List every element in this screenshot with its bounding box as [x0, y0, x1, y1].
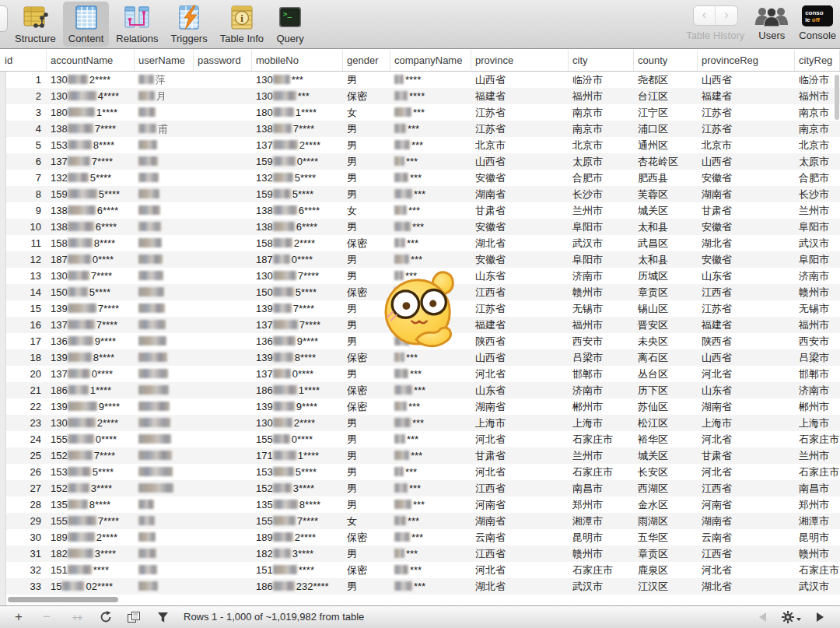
table-row[interactable]: 311823****1823****男***江西省赣州市章贡区江西省赣州市	[6, 546, 840, 562]
cell-province: 山西省	[471, 72, 569, 88]
table-row[interactable]: 301892****1892****保密***云南省昆明市五华区云南省昆明市	[6, 529, 840, 546]
column-header-id[interactable]: id	[0, 50, 47, 71]
cell-companyName: ***	[390, 447, 471, 464]
redacted-blur	[68, 124, 93, 133]
table-row[interactable]: 241550****1550****男***河北省石家庄市裕华区河北省石家庄市	[6, 431, 840, 447]
table-row[interactable]: 231302****1302****男***上海市上海市松江区上海市上海市	[6, 415, 840, 431]
cell-password	[194, 366, 252, 382]
cell-cityReg: 石家庄市	[795, 562, 840, 578]
cell-province: 山西省	[471, 153, 569, 170]
cell-province: 江西省	[471, 480, 569, 496]
partial-toolbar-button[interactable]	[0, 5, 8, 32]
redacted-blur	[394, 451, 409, 460]
table-row[interactable]: 131307****1307****男***山东省济南市历城区山东省济南市	[6, 268, 840, 284]
column-header-county[interactable]: county	[634, 50, 698, 71]
table-row[interactable]: 181398****1398****保密***山西省吕梁市离石区山西省吕梁市	[6, 349, 840, 366]
cell-gender: 男	[343, 300, 390, 317]
toolbar-button-table-info[interactable]: iTable Info	[215, 2, 269, 47]
column-header-password[interactable]: password	[194, 50, 252, 71]
redacted-blur	[394, 205, 407, 215]
table-row[interactable]: 21304****月130***保密****福建省福州市台江区福建省福州市	[6, 88, 840, 104]
cell-provinceReg: 江苏省	[698, 104, 795, 121]
cell-accountName: 1397****	[47, 300, 135, 317]
cell-password	[194, 186, 252, 202]
column-header-userName[interactable]: userName	[135, 50, 194, 71]
horizontal-scrollbar-thumb[interactable]	[8, 597, 118, 602]
column-header-companyName[interactable]: companyName	[390, 50, 471, 71]
cell-accountName: 1377****	[47, 153, 135, 170]
redacted-blur	[138, 353, 167, 362]
table-row[interactable]: 281358****1358****男***河南省郑州市金水区河南省郑州市	[6, 496, 840, 513]
refresh-button[interactable]	[98, 606, 114, 628]
table-row[interactable]: 101386****1386****男***安徽省阜阳市太和县安徽省阜阳市	[6, 219, 840, 235]
toolbar-button-relations[interactable]: Relations	[110, 2, 163, 47]
previous-page-button[interactable]	[756, 606, 768, 628]
table-row[interactable]: 51538****1372****男***北京市北京市通州区北京市北京市	[6, 137, 840, 153]
table-row[interactable]: 61377****1590****男***山西省太原市杏花岭区山西省太原市	[6, 153, 840, 170]
table-history-forward-button[interactable]: ›	[715, 6, 737, 25]
table-row[interactable]: 211861****1861****保密***山东省济南市历下区山东省济南市	[6, 382, 840, 398]
table-row[interactable]: 221399****1399****保密***湖南省郴州市苏仙区湖南省郴州市	[6, 398, 840, 415]
table-row[interactable]: 32151****151****保密***河北省石家庄市鹿泉区河北省石家庄市	[6, 562, 840, 578]
remove-row-button[interactable]: −	[39, 606, 54, 628]
table-row[interactable]: 141505****1505****保密***江西省赣州市章贡区江西省赣州市	[6, 284, 840, 300]
table-row[interactable]: 151397****1397****男***江苏省无锡市锡山区江苏省无锡市	[6, 300, 840, 317]
table-row[interactable]: 41387****甫1387****男***江苏省南京市浦口区江苏省南京市	[6, 121, 840, 137]
table-row[interactable]: 331502****186232****男***湖北省武汉市江汉区湖北省武汉市	[6, 578, 840, 595]
redacted-blur	[68, 238, 93, 247]
toolbar-button-structure[interactable]: Structure	[9, 2, 61, 47]
duplicate-row-button[interactable]: ++	[68, 606, 86, 628]
table-row[interactable]: 81595****1595****男***湖南省长沙市芙蓉区湖南省长沙市	[6, 186, 840, 202]
cell-companyName: ***	[390, 268, 471, 284]
table-row[interactable]: 161377****1377****男***福建省福州市晋安区福建省福州市	[6, 317, 840, 333]
cell-gender: 男	[343, 268, 390, 284]
table-row[interactable]: 111588****1582****保密***湖北省武汉市武昌区湖北省武汉市	[6, 235, 840, 251]
add-row-button[interactable]: +	[11, 606, 26, 628]
cell-id: 8	[6, 186, 47, 202]
table-row[interactable]: 71325****1325****男***安徽省合肥市肥西县安徽省合肥市	[6, 170, 840, 186]
table-actions-gear-button[interactable]	[779, 606, 803, 628]
toolbar-button-query[interactable]: >_Query	[271, 2, 310, 47]
table-row[interactable]: 171369****1369****男***陕西省西安市未央区陕西省西安市	[6, 333, 840, 349]
table-history-back-button[interactable]: ‹	[694, 6, 716, 25]
column-header-city[interactable]: city	[569, 50, 634, 71]
cell-mobileNo: 1523****	[252, 480, 343, 496]
cell-accountName: 1505****	[47, 284, 135, 300]
column-header-gender[interactable]: gender	[343, 50, 390, 71]
column-header-province[interactable]: province	[471, 50, 569, 71]
table-row[interactable]: 31801****1801****女***江苏省南京市江宁区江苏省南京市	[6, 104, 840, 121]
column-header-mobileNo[interactable]: mobileNo	[252, 50, 343, 71]
cell-city: 郴州市	[569, 398, 634, 415]
column-header-provinceReg[interactable]: provinceReg	[698, 50, 795, 71]
redacted-blur	[138, 124, 156, 133]
redacted-blur	[273, 467, 294, 476]
cell-accountName: 1386****	[47, 219, 135, 235]
users-button[interactable]: Users	[754, 2, 789, 41]
table-row[interactable]: 201370****1370****男***河北省邯郸市丛台区河北省邯郸市	[6, 366, 840, 382]
vertical-scrollbar-thumb[interactable]	[835, 75, 839, 120]
table-row[interactable]: 271523****1523****男***江西省南昌市西湖区江西省南昌市	[6, 480, 840, 496]
table-row[interactable]: 261535****1535****男***河北省石家庄市长安区河北省石家庄市	[6, 464, 840, 480]
edit-row-popup-button[interactable]	[125, 606, 142, 628]
cell-id: 24	[6, 431, 47, 447]
cell-gender: 男	[343, 186, 390, 202]
table-row[interactable]: 91386****1386****女***甘肃省兰州市城关区甘肃省兰州市	[6, 202, 840, 219]
cell-city: 武汉市	[569, 235, 634, 251]
redacted-blur	[394, 124, 406, 133]
cell-cityReg: 石家庄市	[795, 431, 840, 447]
cell-companyName: ***	[390, 578, 471, 595]
cell-mobileNo: 1358****	[252, 496, 343, 513]
filter-button[interactable]	[156, 606, 170, 628]
table-row[interactable]: 291557****1557****女***湖南省湘潭市雨湖区湖南省湘潭市	[6, 513, 840, 529]
next-page-button[interactable]	[814, 606, 826, 628]
table-row[interactable]: 11302****萍130***男****山西省临汾市尧都区山西省临汾市	[6, 72, 840, 88]
table-row[interactable]: 121870****1870****男***安徽省阜阳市太和县安徽省阜阳市	[6, 251, 840, 268]
cell-accountName: 1399****	[47, 398, 135, 415]
console-button[interactable]: conso leoff Console	[799, 2, 836, 41]
table-row[interactable]: 251527****1711****男***甘肃省兰州市城关区甘肃省兰州市	[6, 447, 840, 464]
cell-companyName: ***	[390, 529, 471, 546]
column-header-cityReg[interactable]: cityReg	[795, 50, 840, 71]
toolbar-button-triggers[interactable]: Triggers	[166, 2, 213, 47]
toolbar-button-content[interactable]: Content	[63, 2, 110, 47]
column-header-accountName[interactable]: accountName	[47, 50, 135, 71]
